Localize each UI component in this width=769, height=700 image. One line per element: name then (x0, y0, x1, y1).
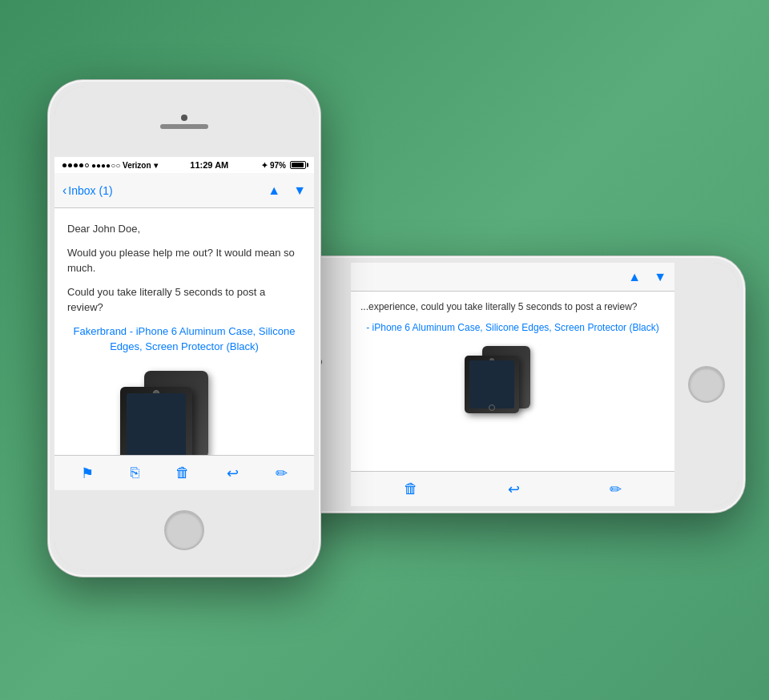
inbox-label: Inbox (1) (68, 184, 112, 197)
landscape-case-screen (469, 360, 514, 408)
landscape-home-button[interactable] (688, 366, 725, 403)
product-image (120, 363, 248, 467)
signal-strength (62, 163, 89, 167)
reply-icon[interactable]: ↩ (227, 465, 239, 482)
product-link[interactable]: Fakerbrand - iPhone 6 Aluminum Case, Sil… (67, 324, 301, 355)
landscape-excerpt: ...experience, could you take literally … (360, 300, 665, 314)
landscape-right-bezel (674, 263, 739, 506)
status-left: ●●●●○○ Verizon ▾ (62, 161, 158, 170)
landscape-phone: ▲ ▼ ...experience, could you take litera… (280, 256, 745, 513)
landscape-down-arrow-icon[interactable]: ▼ (654, 270, 666, 284)
landscape-reply-icon[interactable]: ↩ (508, 481, 520, 498)
portrait-screen: ●●●●○○ Verizon ▾ 11:29 AM ✦ 97% ‹ Inbox … (54, 157, 314, 490)
front-camera (181, 115, 187, 121)
home-button[interactable] (164, 510, 204, 550)
carrier-label: ●●●●○○ Verizon (91, 161, 151, 170)
battery-pct: 97% (270, 161, 286, 170)
status-bar: ●●●●○○ Verizon ▾ 11:29 AM ✦ 97% (54, 157, 314, 173)
back-chevron-icon: ‹ (62, 183, 66, 198)
compose-icon[interactable]: ✏ (276, 465, 288, 482)
landscape-nav-bar: ▲ ▼ (351, 263, 674, 292)
landscape-product-link[interactable]: - iPhone 6 Aluminum Case, Silicone Edges… (360, 320, 665, 335)
dot4 (79, 163, 83, 167)
nav-arrows: ▲ ▼ (268, 183, 306, 198)
body-para2: Could you take literally 5 seconds to po… (67, 284, 301, 316)
greeting-text: Dear John Doe, (67, 221, 301, 237)
dot1 (62, 163, 66, 167)
speaker-grille (160, 124, 208, 129)
folder-icon[interactable]: ⎘ (131, 465, 139, 481)
flag-icon[interactable]: ⚑ (81, 465, 94, 482)
wifi-icon: ▾ (154, 161, 158, 170)
mail-content: Dear John Doe, Would you please help me … (54, 208, 314, 490)
battery-fill (292, 163, 304, 167)
back-button[interactable]: ‹ Inbox (1) (62, 183, 113, 198)
trash-icon[interactable]: 🗑 (175, 465, 190, 481)
mail-nav-bar: ‹ Inbox (1) ▲ ▼ (54, 173, 314, 208)
landscape-compose-icon[interactable]: ✏ (610, 481, 622, 498)
bluetooth-icon: ✦ (261, 161, 268, 170)
dot2 (68, 163, 72, 167)
landscape-case-front (465, 356, 519, 413)
body-para1: Would you please help me out? It would m… (67, 245, 301, 276)
status-time: 11:29 AM (190, 160, 228, 170)
case-screen-area (127, 393, 186, 461)
portrait-bottom-bezel (54, 490, 314, 570)
status-right: ✦ 97% (261, 161, 306, 170)
dot5 (85, 163, 89, 167)
landscape-screen: ▲ ▼ ...experience, could you take litera… (351, 263, 674, 506)
up-arrow-icon[interactable]: ▲ (268, 183, 280, 198)
dot3 (74, 163, 78, 167)
portrait-phone: ●●●●○○ Verizon ▾ 11:29 AM ✦ 97% ‹ Inbox … (48, 80, 320, 577)
mail-toolbar: ⚑ ⎘ 🗑 ↩ ✏ (54, 455, 314, 490)
portrait-top-bezel (54, 86, 314, 157)
product-image-container (67, 363, 301, 467)
down-arrow-icon[interactable]: ▼ (293, 183, 306, 198)
landscape-mail-toolbar: 🗑 ↩ ✏ (351, 471, 674, 506)
battery-icon (290, 161, 306, 169)
landscape-product-image (465, 341, 561, 413)
landscape-case-home (489, 404, 495, 411)
landscape-trash-icon[interactable]: 🗑 (404, 481, 418, 497)
landscape-product-image-container (360, 341, 665, 413)
landscape-up-arrow-icon[interactable]: ▲ (628, 270, 641, 284)
landscape-mail-content: ...experience, could you take literally … (351, 292, 674, 471)
